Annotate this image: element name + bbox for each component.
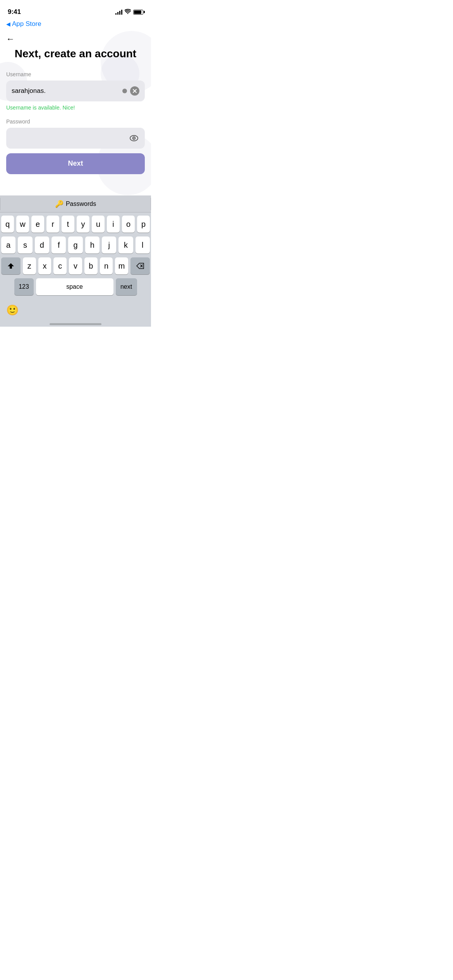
- key-u[interactable]: u: [92, 216, 105, 233]
- keyboard-row-1: q w e r t y u i o p: [1, 216, 150, 233]
- battery-icon: [133, 10, 143, 15]
- keyboard-toolbar: 🔑 Passwords: [0, 195, 151, 212]
- status-bar: 9:41: [0, 0, 151, 19]
- app-store-chevron-icon: ◀: [6, 21, 10, 27]
- status-time: 9:41: [8, 8, 21, 16]
- wifi-icon: [125, 9, 131, 15]
- key-v[interactable]: v: [69, 257, 82, 274]
- password-label: Password: [6, 118, 145, 125]
- key-o[interactable]: o: [122, 216, 135, 233]
- signal-icon: [115, 9, 122, 15]
- key-m[interactable]: m: [115, 257, 128, 274]
- key-a[interactable]: a: [1, 236, 15, 254]
- key-t[interactable]: t: [62, 216, 74, 233]
- key-w[interactable]: w: [16, 216, 29, 233]
- keyboard: 🔑 Passwords q w e r t y u i o p a s d f …: [0, 195, 151, 327]
- key-s[interactable]: s: [18, 236, 32, 254]
- username-label: Username: [6, 71, 145, 77]
- key-h[interactable]: h: [85, 236, 100, 254]
- keyboard-row-bottom: 123 space next: [1, 278, 150, 295]
- password-input[interactable]: [12, 134, 129, 142]
- key-z[interactable]: z: [23, 257, 36, 274]
- key-y[interactable]: y: [77, 216, 89, 233]
- passwords-button[interactable]: 🔑 Passwords: [55, 200, 96, 208]
- key-j[interactable]: j: [102, 236, 116, 254]
- key-b[interactable]: b: [84, 257, 98, 274]
- key-k[interactable]: k: [118, 236, 133, 254]
- username-input[interactable]: [12, 87, 119, 95]
- availability-message: Username is available. Nice!: [6, 105, 145, 111]
- next-button[interactable]: Next: [6, 153, 145, 174]
- key-x[interactable]: x: [38, 257, 51, 274]
- page-title: Next, create an account: [6, 47, 145, 60]
- clear-username-button[interactable]: [130, 86, 139, 96]
- key-p[interactable]: p: [137, 216, 150, 233]
- key-g[interactable]: g: [68, 236, 82, 254]
- toggle-password-visibility-button[interactable]: [129, 133, 139, 144]
- cursor-dot: [122, 89, 127, 93]
- key-r[interactable]: r: [46, 216, 59, 233]
- home-indicator: [50, 323, 101, 325]
- key-c[interactable]: c: [53, 257, 67, 274]
- passwords-label: Passwords: [66, 200, 96, 207]
- back-button[interactable]: ←: [0, 31, 151, 47]
- keyboard-row-2: a s d f g h j k l: [1, 236, 150, 254]
- app-store-nav[interactable]: ◀ App Store: [0, 19, 151, 31]
- keyboard-row-3: z x c v b n m: [1, 257, 150, 274]
- key-f[interactable]: f: [51, 236, 66, 254]
- space-key[interactable]: space: [36, 278, 113, 295]
- backspace-key[interactable]: [130, 257, 150, 274]
- svg-point-4: [134, 137, 135, 139]
- toolbar-divider-left: [0, 198, 0, 210]
- key-icon: 🔑: [55, 200, 63, 208]
- key-q[interactable]: q: [1, 216, 14, 233]
- keyboard-next-key[interactable]: next: [116, 278, 137, 295]
- main-content: Next, create an account Username Usernam…: [0, 47, 151, 174]
- toolbar-divider-right: [151, 198, 151, 210]
- key-n[interactable]: n: [100, 257, 113, 274]
- username-input-wrapper[interactable]: [6, 81, 145, 101]
- back-arrow-icon: ←: [6, 34, 15, 44]
- shift-key[interactable]: [1, 257, 21, 274]
- status-icons: [115, 9, 143, 15]
- key-e[interactable]: e: [31, 216, 44, 233]
- emoji-button[interactable]: 🙂: [5, 302, 20, 318]
- keyboard-rows: q w e r t y u i o p a s d f g h j k l: [0, 212, 151, 301]
- app-store-label: App Store: [12, 20, 41, 28]
- numbers-key[interactable]: 123: [14, 278, 34, 295]
- key-i[interactable]: i: [107, 216, 120, 233]
- keyboard-bottom-row: 🙂: [0, 301, 151, 321]
- key-l[interactable]: l: [136, 236, 150, 254]
- key-d[interactable]: d: [35, 236, 49, 254]
- password-input-wrapper[interactable]: [6, 128, 145, 149]
